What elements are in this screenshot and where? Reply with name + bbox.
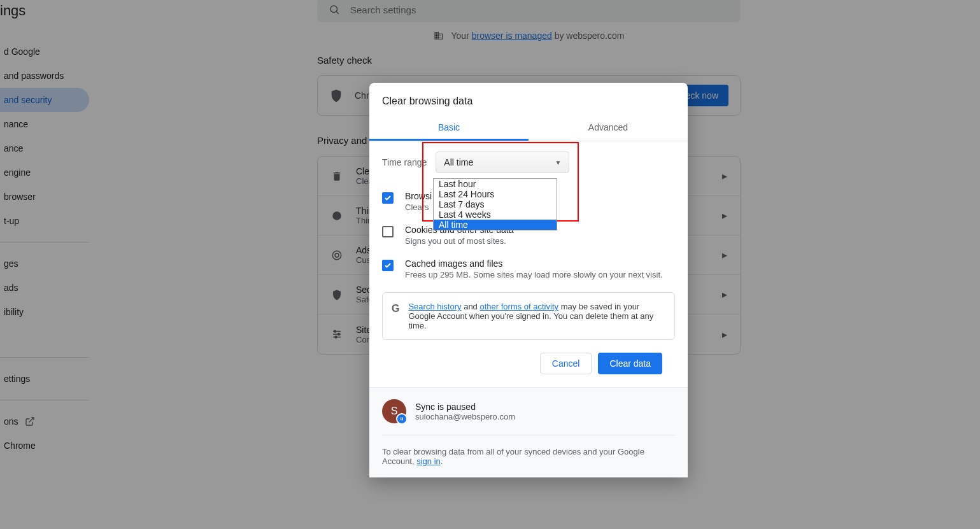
option-cached: Cached images and files Frees up 295 MB.… (382, 252, 675, 286)
dialog-tabs: Basic Advanced (369, 116, 688, 141)
option-last-hour[interactable]: Last hour (434, 179, 557, 189)
svg-rect-13 (402, 418, 403, 421)
checkbox-cached[interactable] (382, 260, 394, 271)
info-box: G Search history and other forms of acti… (382, 292, 675, 340)
sync-title: Sync is paused (415, 402, 515, 412)
checkbox-browsing-history[interactable] (382, 192, 394, 204)
caret-down-icon: ▼ (555, 159, 561, 166)
sign-in-link[interactable]: sign in (416, 456, 441, 466)
option-last-4-weeks[interactable]: Last 4 weeks (434, 209, 557, 220)
svg-rect-12 (401, 418, 401, 421)
clear-browsing-data-dialog: Clear browsing data Basic Advanced Time … (369, 83, 688, 477)
checkbox-cookies[interactable] (382, 226, 394, 237)
option-last-7-days[interactable]: Last 7 days (434, 199, 557, 209)
sync-paused-badge-icon (396, 413, 408, 425)
search-history-link[interactable]: Search history (408, 302, 461, 311)
tab-basic[interactable]: Basic (369, 116, 529, 141)
sync-email: sulochana@webspero.com (415, 412, 515, 421)
sync-hint: To clear browsing data from all of your … (382, 435, 675, 466)
cancel-button[interactable]: Cancel (540, 353, 592, 374)
dialog-title: Clear browsing data (369, 83, 688, 116)
clear-data-button[interactable]: Clear data (598, 353, 662, 374)
time-range-select[interactable]: All time ▼ (436, 152, 569, 173)
other-activity-link[interactable]: other forms of activity (479, 302, 558, 311)
tab-advanced[interactable]: Advanced (529, 116, 688, 141)
avatar: S (382, 399, 406, 423)
option-last-24-hours[interactable]: Last 24 Hours (434, 189, 557, 199)
google-icon: G (392, 303, 399, 314)
sync-status: S Sync is paused sulochana@webspero.com (382, 399, 675, 423)
time-range-label: Time range (382, 157, 427, 167)
option-all-time[interactable]: All time (434, 220, 557, 230)
time-range-dropdown: Last hour Last 24 Hours Last 7 days Last… (433, 178, 557, 230)
time-range-row: Time range All time ▼ Last hour Last 24 … (382, 152, 675, 173)
